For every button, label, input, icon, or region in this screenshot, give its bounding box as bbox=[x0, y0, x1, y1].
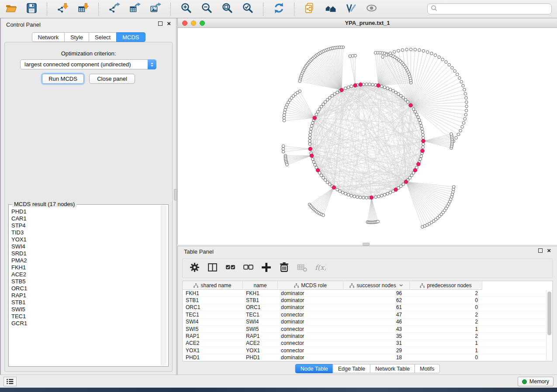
table-cell[interactable]: PHD1 bbox=[243, 354, 278, 361]
table-cell[interactable]: SWI5 bbox=[243, 326, 278, 332]
criterion-dropdown[interactable]: largest connected component (undirected) bbox=[20, 59, 156, 69]
result-node-item[interactable]: RAP1 bbox=[11, 292, 159, 299]
close-panel-icon[interactable]: × bbox=[167, 21, 171, 26]
zoom-in-button[interactable] bbox=[180, 3, 193, 16]
result-node-item[interactable]: SRD1 bbox=[11, 250, 159, 257]
result-node-item[interactable]: TEC1 bbox=[11, 313, 159, 320]
deselect-all-checks-button[interactable] bbox=[242, 263, 254, 274]
table-cell[interactable]: connector bbox=[278, 347, 343, 354]
save-button[interactable] bbox=[25, 3, 38, 16]
tab-style[interactable]: Style bbox=[64, 32, 89, 42]
search-input[interactable] bbox=[439, 5, 551, 14]
select-all-checks-button[interactable] bbox=[225, 263, 236, 274]
table-row[interactable]: YOX1YOX1connector291 bbox=[183, 347, 552, 354]
table-cell[interactable]: 2 bbox=[410, 311, 482, 318]
table-cell[interactable]: YOX1 bbox=[183, 347, 243, 354]
home-views-button[interactable] bbox=[324, 3, 337, 16]
table-cell[interactable]: SWI5 bbox=[183, 326, 243, 332]
sort-indicator[interactable] bbox=[399, 284, 403, 287]
refresh-layout-button[interactable] bbox=[272, 3, 285, 16]
network-window-titlebar[interactable]: YPA_prune.txt_1 bbox=[178, 18, 557, 28]
table-cell[interactable]: STB1 bbox=[243, 297, 278, 303]
tab-edge-table[interactable]: Edge Table bbox=[333, 364, 370, 373]
table-row[interactable]: ACE2ACE2connector311 bbox=[183, 340, 552, 347]
run-mcds-button[interactable]: Run MCDS bbox=[42, 74, 84, 84]
result-node-item[interactable]: FKH1 bbox=[11, 264, 159, 271]
tab-network-table[interactable]: Network Table bbox=[370, 364, 415, 373]
add-row-button[interactable] bbox=[260, 263, 272, 274]
table-cell[interactable]: 2 bbox=[410, 333, 482, 339]
table-row[interactable]: FKH1FKH1dominator962 bbox=[183, 290, 552, 297]
table-cell[interactable]: 61 bbox=[343, 304, 410, 311]
table-cell[interactable]: dominator bbox=[278, 304, 343, 311]
result-node-item[interactable]: SWI4 bbox=[11, 243, 159, 250]
clone-network-button[interactable] bbox=[303, 3, 316, 16]
table-row[interactable]: STB1STB1dominator620 bbox=[183, 297, 552, 304]
import-network-button[interactable] bbox=[56, 3, 69, 16]
table-cell[interactable]: SWI4 bbox=[243, 319, 278, 325]
table-row[interactable]: PHD1PHD1dominator180 bbox=[183, 354, 552, 361]
table-cell[interactable]: 2 bbox=[410, 319, 482, 325]
zoom-selected-button[interactable] bbox=[241, 3, 254, 16]
table-cell[interactable]: PHD1 bbox=[183, 354, 243, 361]
tab-select[interactable]: Select bbox=[89, 32, 117, 42]
table-cell[interactable]: YOX1 bbox=[243, 347, 278, 354]
export-network-button[interactable] bbox=[107, 3, 121, 16]
table-cell[interactable]: 0 bbox=[410, 354, 482, 361]
open-folder-button[interactable] bbox=[4, 3, 17, 16]
table-cell[interactable]: ORC1 bbox=[243, 304, 278, 311]
table-cell[interactable]: 29 bbox=[343, 347, 410, 354]
table-cell[interactable]: ACE2 bbox=[183, 340, 243, 347]
table-cell[interactable]: 2 bbox=[410, 290, 482, 296]
export-table-button[interactable] bbox=[128, 3, 141, 16]
table-cell[interactable]: 0 bbox=[410, 304, 482, 311]
table-cell[interactable]: FKH1 bbox=[243, 290, 278, 296]
import-table-button[interactable] bbox=[76, 3, 90, 16]
show-graphics-details-button[interactable] bbox=[365, 3, 378, 16]
table-scrollbar[interactable] bbox=[546, 290, 552, 361]
mcds-result-scrollbar[interactable] bbox=[161, 206, 166, 365]
vertical-splitter-handle[interactable] bbox=[174, 189, 177, 200]
result-node-item[interactable]: PHD1 bbox=[11, 208, 159, 215]
tab-network[interactable]: Network bbox=[31, 32, 65, 42]
search-box[interactable] bbox=[427, 3, 552, 14]
table-cell[interactable]: STB1 bbox=[183, 297, 243, 303]
table-row[interactable]: ORC1ORC1dominator610 bbox=[183, 304, 552, 311]
table-cell[interactable]: TEC1 bbox=[183, 311, 243, 318]
table-cell[interactable]: 35 bbox=[343, 333, 410, 339]
result-node-item[interactable]: TID3 bbox=[11, 229, 159, 236]
column-header-successor-nodes[interactable]: successor nodes bbox=[343, 281, 410, 290]
table-cell[interactable]: dominator bbox=[278, 319, 343, 325]
table-cell[interactable]: 18 bbox=[343, 354, 410, 361]
table-cell[interactable]: 1 bbox=[410, 347, 482, 354]
result-node-item[interactable]: STP4 bbox=[11, 222, 159, 229]
column-header-predecessor-nodes[interactable]: predecessor nodes bbox=[410, 281, 482, 290]
tab-mcds[interactable]: MCDS bbox=[116, 32, 145, 42]
memory-button[interactable]: Memory bbox=[518, 377, 554, 386]
table-cell[interactable]: ORC1 bbox=[183, 304, 243, 311]
result-node-item[interactable]: PMA2 bbox=[11, 257, 159, 264]
tab-motifs[interactable]: Motifs bbox=[415, 364, 439, 373]
table-cell[interactable]: dominator bbox=[278, 333, 343, 339]
column-header-shared-name[interactable]: shared name bbox=[183, 281, 243, 290]
table-cell[interactable]: dominator bbox=[278, 297, 343, 303]
result-node-item[interactable]: CAR1 bbox=[11, 215, 159, 222]
table-cell[interactable]: TEC1 bbox=[243, 311, 278, 318]
network-canvas[interactable] bbox=[178, 28, 557, 244]
table-cell[interactable]: 1 bbox=[410, 340, 482, 347]
tab-node-table[interactable]: Node Table bbox=[295, 364, 333, 373]
table-cell[interactable]: FKH1 bbox=[183, 290, 243, 296]
float-panel-icon[interactable] bbox=[158, 21, 163, 26]
table-cell[interactable]: 96 bbox=[343, 290, 410, 296]
table-row[interactable]: TEC1TEC1connector472 bbox=[183, 311, 552, 318]
result-node-item[interactable]: STB5 bbox=[11, 278, 159, 285]
close-panel-button[interactable]: Close panel bbox=[89, 74, 135, 84]
result-node-item[interactable]: GCR1 bbox=[11, 320, 159, 327]
table-cell[interactable]: 1 bbox=[410, 326, 482, 332]
table-cell[interactable]: RAP1 bbox=[183, 333, 243, 339]
result-node-item[interactable]: SWI5 bbox=[11, 306, 159, 313]
table-cell[interactable]: 46 bbox=[343, 319, 410, 325]
table-cell[interactable]: 31 bbox=[343, 340, 410, 347]
zoom-out-button[interactable] bbox=[200, 3, 213, 16]
table-row[interactable]: SWI5SWI5connector431 bbox=[183, 326, 552, 333]
